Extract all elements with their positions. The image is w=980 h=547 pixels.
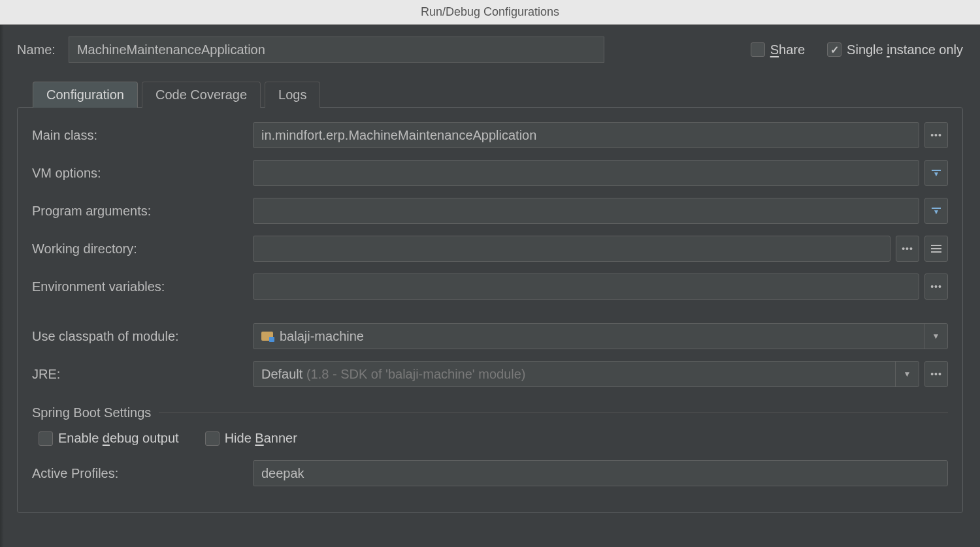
classpath-row: Use classpath of module: balaji-machine … xyxy=(32,323,948,349)
enable-debug-checkbox[interactable] xyxy=(39,431,53,446)
program-args-input[interactable] xyxy=(253,198,919,224)
vm-options-input[interactable] xyxy=(253,160,919,186)
ellipsis-icon: ••• xyxy=(930,281,942,292)
chevron-down-icon: ▼ xyxy=(924,324,947,349)
single-instance-checkbox-wrap[interactable]: Single instance only xyxy=(827,42,963,57)
expand-icon: ▼ xyxy=(932,170,941,177)
env-vars-label: Environment variables: xyxy=(32,279,248,294)
spring-checkboxes-row: Enable debug output Hide Banner xyxy=(39,431,948,446)
share-checkbox-wrap[interactable]: Share xyxy=(751,42,805,57)
module-folder-icon xyxy=(261,332,273,341)
ellipsis-icon: ••• xyxy=(930,130,942,140)
spring-boot-section-title: Spring Boot Settings xyxy=(32,405,151,420)
spring-boot-section-divider: Spring Boot Settings xyxy=(32,405,948,420)
env-vars-input[interactable] xyxy=(253,274,919,300)
divider-line xyxy=(159,413,948,413)
list-icon xyxy=(931,245,941,253)
working-dir-input[interactable] xyxy=(253,236,890,262)
enable-debug-label: Enable debug output xyxy=(58,431,179,446)
main-class-browse-button[interactable]: ••• xyxy=(924,122,948,148)
jre-value: Default (1.8 - SDK of 'balaji-machine' m… xyxy=(261,367,526,382)
tab-configuration[interactable]: Configuration xyxy=(33,82,138,108)
name-row: Name: Share Single instance only xyxy=(17,37,963,63)
name-label: Name: xyxy=(17,42,56,57)
tab-logs[interactable]: Logs xyxy=(265,82,320,108)
working-dir-row: Working directory: ••• xyxy=(32,236,948,262)
dialog-content: Name: Share Single instance only Configu… xyxy=(0,25,980,513)
share-checkbox[interactable] xyxy=(751,42,765,57)
program-args-expand-button[interactable]: ▼ xyxy=(924,198,948,224)
classpath-value: balaji-machine xyxy=(280,329,364,344)
single-instance-checkbox[interactable] xyxy=(827,42,841,57)
active-profiles-row: Active Profiles: xyxy=(32,460,948,486)
env-vars-row: Environment variables: ••• xyxy=(32,274,948,300)
chevron-down-icon: ▼ xyxy=(895,362,919,386)
working-dir-label: Working directory: xyxy=(32,242,248,257)
hide-banner-label: Hide Banner xyxy=(225,431,297,446)
env-vars-browse-button[interactable]: ••• xyxy=(924,274,948,300)
jre-row: JRE: Default (1.8 - SDK of 'balaji-machi… xyxy=(32,361,948,387)
expand-icon: ▼ xyxy=(932,208,941,215)
name-input[interactable] xyxy=(69,37,604,63)
program-args-label: Program arguments: xyxy=(32,204,248,219)
left-edge-decoration xyxy=(0,25,4,547)
configuration-panel: Main class: ••• VM options: ▼ Program ar… xyxy=(17,107,963,513)
main-class-input[interactable] xyxy=(253,122,919,148)
classpath-label: Use classpath of module: xyxy=(32,329,248,344)
share-label: Share xyxy=(770,42,805,57)
vm-options-expand-button[interactable]: ▼ xyxy=(924,160,948,186)
classpath-dropdown[interactable]: balaji-machine ▼ xyxy=(253,323,948,349)
working-dir-macros-button[interactable] xyxy=(924,236,948,262)
ellipsis-icon: ••• xyxy=(902,243,913,254)
main-class-label: Main class: xyxy=(32,128,248,143)
main-class-row: Main class: ••• xyxy=(32,122,948,148)
enable-debug-checkbox-wrap[interactable]: Enable debug output xyxy=(39,431,179,446)
vm-options-row: VM options: ▼ xyxy=(32,160,948,186)
hide-banner-checkbox-wrap[interactable]: Hide Banner xyxy=(205,431,297,446)
active-profiles-input[interactable] xyxy=(253,460,948,486)
jre-browse-button[interactable]: ••• xyxy=(924,361,948,387)
jre-dropdown[interactable]: Default (1.8 - SDK of 'balaji-machine' m… xyxy=(253,361,919,387)
tabs: Configuration Code Coverage Logs xyxy=(33,81,963,107)
single-instance-label: Single instance only xyxy=(847,42,963,57)
hide-banner-checkbox[interactable] xyxy=(205,431,220,446)
tab-code-coverage[interactable]: Code Coverage xyxy=(142,82,261,108)
active-profiles-label: Active Profiles: xyxy=(32,466,248,481)
jre-label: JRE: xyxy=(32,367,248,382)
vm-options-label: VM options: xyxy=(32,166,248,181)
ellipsis-icon: ••• xyxy=(930,369,942,379)
window-title: Run/Debug Configurations xyxy=(421,5,559,19)
window-titlebar: Run/Debug Configurations xyxy=(0,0,980,25)
program-args-row: Program arguments: ▼ xyxy=(32,198,948,224)
working-dir-browse-button[interactable]: ••• xyxy=(896,236,919,262)
